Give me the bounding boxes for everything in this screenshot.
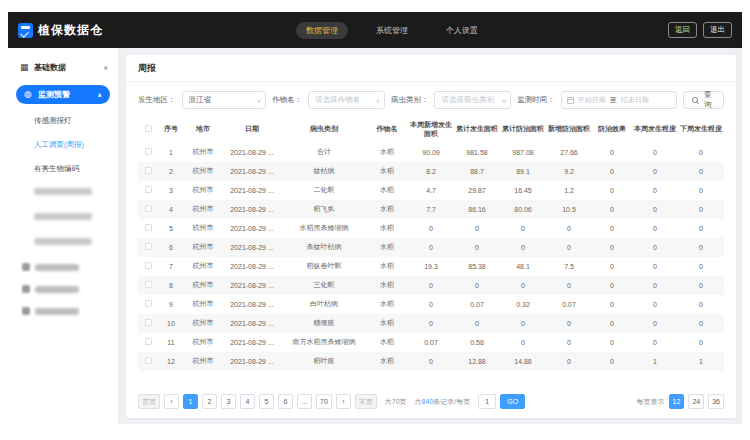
table-cell: 86.16 [454,200,500,219]
row-checkbox[interactable] [145,205,152,212]
row-checkbox[interactable] [145,319,152,326]
page-size-button[interactable]: 36 [708,394,724,409]
table-cell: 水稻 [366,143,408,162]
row-checkbox[interactable] [145,243,152,250]
select-all-checkbox[interactable] [145,125,152,132]
table-cell: 杭州市 [184,314,222,333]
select-all-cell [138,117,158,143]
sidebar-item-basic-data[interactable]: 基础数据 ∨ [20,62,108,73]
nav-personal-settings[interactable]: 个人设置 [436,22,488,39]
table-cell: 水稻 [366,162,408,181]
page-number-button[interactable]: 3 [221,394,236,409]
page-number-button[interactable]: 70 [316,394,332,409]
page-size-group: 每页显示 122436 [633,394,724,409]
page-number-button[interactable]: 2 [202,394,217,409]
nav-system-management[interactable]: 系统管理 [366,22,418,39]
table-cell: 杭州市 [184,238,222,257]
page-number-button[interactable]: 4 [240,394,255,409]
chevron-down-icon: ∨ [502,97,506,104]
table-cell: 稻纵卷叶螟 [282,257,366,276]
col-this-week: 本周发生程度 [632,117,678,143]
sidebar-item-redacted[interactable] [34,238,92,245]
search-button[interactable]: 查询 [683,91,725,109]
table-cell: 85.38 [454,257,500,276]
page-title: 周报 [126,55,736,82]
back-button[interactable]: 返回 [668,22,697,38]
sidebar-item-monitor-warning[interactable]: 监测预警 ∧ [16,85,110,104]
sidebar-item-redacted[interactable] [22,307,108,315]
table-cell: 0 [408,352,454,371]
table-cell: 3 [158,181,184,200]
last-page-button[interactable]: 末页 [355,394,377,409]
table-cell: 2021-08-29 ... [222,295,282,314]
table-cell: 1 [632,352,678,371]
row-checkbox[interactable] [145,224,152,231]
table-cell: 0.07 [408,333,454,352]
sidebar-item-redacted[interactable] [34,213,92,220]
table-cell: 8.2 [408,162,454,181]
row-checkbox[interactable] [145,357,152,364]
table-cell: 杭州市 [184,257,222,276]
table-cell: 2021-08-29 ... [222,143,282,162]
row-checkbox[interactable] [145,281,152,288]
page-size-button[interactable]: 24 [688,394,704,409]
table-cell: 0 [592,333,632,352]
col-crop: 作物名 [366,117,408,143]
table-cell: 48.1 [500,257,546,276]
table-cell: 水稻 [366,295,408,314]
row-checkbox[interactable] [145,338,152,345]
sidebar-item-redacted[interactable] [22,263,108,271]
sidebar-item-redacted[interactable] [34,188,92,195]
crop-select[interactable]: 请选择作物名 ∨ [308,91,385,109]
total-pages-text: 共70页 [385,397,407,407]
page-number-button[interactable]: ... [297,394,312,409]
sidebar-item-manual-survey-weekly[interactable]: 人工调查(周报) [34,140,108,150]
table-cell: 7.5 [546,257,592,276]
row-checkbox[interactable] [145,300,152,307]
date-range-picker[interactable]: 开始日期 至 结束日期 [561,91,677,109]
report-table-wrap: 序号 地市 日期 病虫类别 作物名 本周新增发生面积 累计发生面积 累计防治面积… [126,117,736,386]
table-cell: 11 [158,333,184,352]
table-cell: 稻飞虱 [282,200,366,219]
col-seq: 序号 [158,117,184,143]
table-cell: 7 [158,257,184,276]
go-button[interactable]: GO [500,394,525,409]
filter-bar: 发生地区： 浙江省 ∨ 作物名： 请选择作物名 ∨ 病虫类别： 请选择病虫类别 … [126,82,736,117]
table-cell: 0 [678,276,724,295]
row-checkbox[interactable] [145,167,152,174]
sidebar-item-redacted[interactable] [22,285,108,293]
row-checkbox[interactable] [145,186,152,193]
sidebar-item-label: 基础数据 [34,62,66,73]
region-select[interactable]: 浙江省 ∨ [182,91,267,109]
page-number-button[interactable]: 5 [259,394,274,409]
page-size-button[interactable]: 12 [669,394,685,409]
table-cell: 0 [632,181,678,200]
page-size-label: 每页显示 [637,397,665,407]
weekly-report-card: 周报 发生地区： 浙江省 ∨ 作物名： 请选择作物名 ∨ 病虫类别： 请 [126,55,736,418]
table-cell: 0 [592,143,632,162]
table-cell: 10 [158,314,184,333]
pest-select[interactable]: 请选择病虫类别 ∨ [434,91,511,109]
row-checkbox[interactable] [145,148,152,155]
next-page-button[interactable]: › [336,394,351,409]
row-checkbox[interactable] [145,262,152,269]
prev-page-button[interactable]: ‹ [164,394,179,409]
chevron-down-icon: ∨ [103,64,108,71]
table-header-row: 序号 地市 日期 病虫类别 作物名 本周新增发生面积 累计发生面积 累计防治面积… [138,117,724,143]
table-row: 2杭州市2021-08-29 ...纹枯病水稻8.288.789.19.2000 [138,162,724,181]
exit-button[interactable]: 退出 [703,22,732,38]
page-number-button[interactable]: 1 [183,394,198,409]
table-cell: 0 [546,219,592,238]
nav-data-management[interactable]: 数据管理 [296,22,348,39]
table-cell: 0 [500,314,546,333]
table-cell: 2021-08-29 ... [222,200,282,219]
sidebar-item-pest-code[interactable]: 有害生物编码 [34,164,108,174]
table-cell: 2021-08-29 ... [222,238,282,257]
page-number-button[interactable]: 6 [278,394,293,409]
table-cell: 杭州市 [184,295,222,314]
page-jump-input[interactable] [478,394,496,409]
table-cell: 4.7 [408,181,454,200]
table-cell: 80.06 [500,200,546,219]
sidebar-item-sensor-lamp[interactable]: 传感测报灯 [34,116,108,126]
first-page-button[interactable]: 首页 [138,394,160,409]
